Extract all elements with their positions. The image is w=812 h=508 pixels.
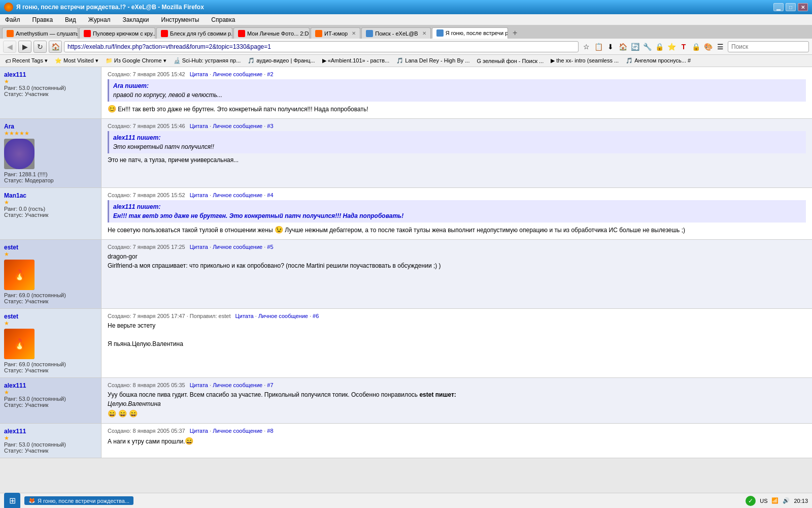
quote-author-1: Ara пишет: — [113, 82, 149, 89]
nav-icon-3[interactable]: ⬇ — [605, 41, 616, 52]
tab-favicon-3 — [238, 30, 245, 37]
post-num-4[interactable]: #5 — [267, 244, 273, 250]
quote-author-3: alex111 пишет: — [113, 203, 160, 210]
pm-link-1[interactable]: Личное сообщение — [213, 71, 262, 77]
start-button[interactable]: ⊞ — [4, 493, 20, 509]
menu-help[interactable]: Справка — [209, 15, 237, 24]
author-rank-2: Ранг: 1288.1 (!!!!) — [4, 171, 97, 177]
post-num-5[interactable]: #6 — [313, 313, 319, 319]
author-name-1[interactable]: alex111 — [4, 71, 97, 78]
bookmark-green[interactable]: G зеленый фон - Поиск ... — [475, 57, 546, 65]
nav-icon-4[interactable]: 🏠 — [617, 41, 628, 52]
post-content-3: Создано: 7 января 2005 15:52 Цитата · Ли… — [101, 188, 812, 239]
nav-icon-2[interactable]: 📋 — [593, 41, 604, 52]
post-text-1: 😊 Ен!!! так ветb это даже не брутген. Эт… — [108, 104, 806, 114]
nav-icon-9[interactable]: T — [678, 41, 689, 52]
maximize-button[interactable]: □ — [786, 3, 796, 11]
post-meta-3: Создано: 7 января 2005 15:52 Цитата · Ли… — [108, 192, 806, 198]
address-bar[interactable]: https://exelab.ru/f/index.php?action=vth… — [64, 41, 579, 52]
cite-link-3[interactable]: Цитата — [190, 192, 208, 198]
post-num-3[interactable]: #4 — [267, 192, 273, 198]
menu-history[interactable]: Журнал — [86, 15, 113, 24]
pm-link-6[interactable]: Личное сообщение — [213, 382, 262, 388]
cite-link-1[interactable]: Цитата — [190, 71, 208, 77]
firefox-logo — [4, 3, 13, 12]
tab-5[interactable]: Поиск - eXeL@B ✕ — [361, 27, 430, 39]
status-left: ⊞ 🦊 Я гоню, после встречи рождества... — [4, 493, 133, 509]
home-button[interactable]: 🏠 — [49, 41, 62, 53]
tab-0[interactable]: Amethystium — слушать... ✕ — [2, 27, 78, 39]
nav-icon-5[interactable]: 🔄 — [629, 41, 640, 52]
forward-button[interactable]: ▶ — [18, 41, 31, 53]
fire-avatar-4: 🔥 — [4, 260, 35, 290]
reload-button[interactable]: ↻ — [33, 41, 47, 53]
new-tab-button[interactable]: + — [509, 27, 521, 39]
bookmark-most-visited[interactable]: ⭐ Most Visited ▾ — [53, 56, 100, 65]
tab-close-4[interactable]: ✕ — [352, 30, 356, 36]
cite-link-6[interactable]: Цитата — [190, 382, 208, 388]
close-button[interactable]: ✕ — [798, 3, 808, 11]
nav-icon-6[interactable]: 🔧 — [641, 41, 653, 52]
author-name-6[interactable]: alex111 — [4, 382, 97, 389]
cite-link-4[interactable]: Цитата — [190, 244, 208, 250]
nav-icon-7[interactable]: 🔒 — [654, 41, 665, 52]
cite-link-5[interactable]: Цитата — [235, 313, 254, 319]
author-name-7[interactable]: alex111 — [4, 428, 97, 435]
menu-edit[interactable]: Правка — [30, 15, 55, 24]
post-num-6[interactable]: #7 — [267, 382, 273, 388]
menu-view[interactable]: Вид — [63, 15, 78, 24]
author-name-2[interactable]: Ara — [4, 123, 97, 130]
bookmark-scihub[interactable]: 🔬 Sci-Hub: устраняя пр... — [172, 56, 243, 65]
post-body-2: alex111 пишет: Это конкретный патч получ… — [108, 131, 806, 165]
nav-icon-11[interactable]: 🎨 — [702, 41, 714, 52]
pm-link-5[interactable]: Личное сообщение — [258, 313, 308, 319]
minimize-button[interactable]: ▁ — [773, 3, 784, 11]
bookmark-audio[interactable]: 🎵 аудио-видео | Франц... — [246, 56, 317, 65]
tab-2[interactable]: Блеск для губ своими р... ✕ — [156, 27, 232, 39]
bookmark-recent-tags[interactable]: 🏷 Recent Tags ▾ — [3, 56, 50, 65]
back-button[interactable]: ◀ — [3, 41, 16, 53]
pm-link-3[interactable]: Личное сообщение — [213, 192, 262, 198]
author-stars-5: ★ — [4, 320, 97, 327]
tab-4[interactable]: ИТ-юмор ✕ — [311, 27, 360, 39]
bookmark-ambient[interactable]: ▶ «Ambient.101» - раств... — [320, 56, 392, 65]
tab-label-3: Мои Личные Фото... 2:D — [247, 30, 309, 37]
post-meta-7: Создано: 8 января 2005 05:37 Цитата · Ли… — [108, 428, 806, 434]
menu-tools[interactable]: Инструменты — [159, 15, 201, 24]
nav-icon-10[interactable]: 🔒 — [690, 41, 701, 52]
author-name-5[interactable]: estet — [4, 313, 97, 320]
post-text-5: Не верьте эстету Я пьяна.Целую.Валентина — [108, 321, 806, 348]
tab-close-5[interactable]: ✕ — [422, 30, 426, 36]
cite-link-7[interactable]: Цитата — [190, 428, 208, 434]
tab-3[interactable]: Мои Личные Фото... 2:D ✕ — [233, 27, 310, 39]
bookmark-lana[interactable]: 🎵 Lana Del Rey - High By ... — [394, 56, 471, 65]
pm-link-7[interactable]: Личное сообщение — [213, 428, 262, 434]
taskbar-firefox[interactable]: 🦊 Я гоню, после встречи рождества... — [24, 496, 133, 505]
tab-label-2: Блеск для губ своими р... — [170, 30, 232, 37]
tab-6[interactable]: Я гоню, после встречи р... ✕ — [432, 27, 508, 39]
cite-link-2[interactable]: Цитата — [190, 123, 208, 129]
search-input[interactable] — [728, 41, 809, 52]
post-num-1[interactable]: #2 — [267, 71, 273, 77]
bookmark-thexx[interactable]: ▶ the xx- intro (seamless ... — [549, 56, 621, 65]
menu-bookmarks[interactable]: Закладки — [121, 15, 151, 24]
tab-1[interactable]: Пуловер крючком с кру... ✕ — [79, 27, 155, 39]
post-num-2[interactable]: #3 — [267, 123, 273, 129]
bookmark-angel[interactable]: 🎵 Ангелом проснусь... # — [624, 56, 693, 65]
author-panel-1: alex111 ★ Ранг: 53.0 (постоянный) Статус… — [0, 67, 101, 118]
tab-favicon-0 — [7, 30, 14, 37]
hamburger-menu-icon[interactable]: ☰ — [715, 41, 726, 52]
author-status-2: Статус: Модератор — [4, 177, 97, 183]
post-num-7[interactable]: #8 — [267, 428, 273, 434]
author-name-3[interactable]: Man1ac — [4, 192, 97, 199]
menu-file[interactable]: Файл — [3, 15, 22, 24]
table-row: Man1ac ★ Ранг: 0.0 (гость) Статус: Участ… — [0, 188, 812, 240]
pm-link-2[interactable]: Личное сообщение — [213, 123, 262, 129]
author-stars-4: ★ — [4, 251, 97, 258]
pm-link-4[interactable]: Личное сообщение — [213, 244, 262, 250]
bookmark-google-chrome[interactable]: 📁 Из Google Chrome ▾ — [104, 56, 168, 65]
author-name-4[interactable]: estet — [4, 244, 97, 251]
table-row: alex111 ★ Ранг: 53.0 (постоянный) Статус… — [0, 424, 812, 458]
nav-icon-8[interactable]: ⭐ — [666, 41, 677, 52]
bookmark-star-icon[interactable]: ☆ — [581, 41, 592, 52]
